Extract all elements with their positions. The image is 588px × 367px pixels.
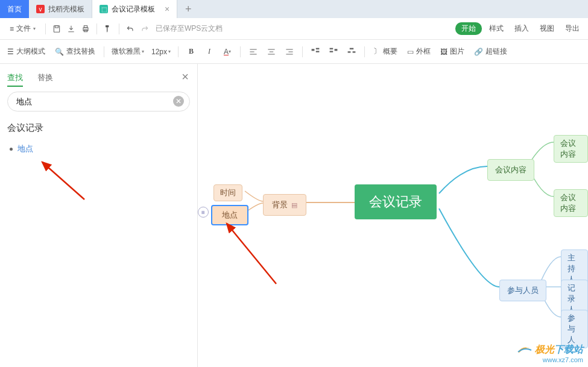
menu-label: 插入 (514, 24, 529, 33)
menubar-right: 开始 样式 插入 视图 导出 (455, 22, 583, 35)
close-panel-button[interactable]: × (182, 70, 189, 84)
undo-icon[interactable] (124, 23, 136, 35)
align-left-button[interactable] (245, 44, 261, 60)
node-participants[interactable]: 参与人员 (499, 280, 546, 301)
note-icon: ▤ (291, 201, 297, 209)
image-label: 图片 (450, 46, 464, 57)
brand-part2: 下载站 (554, 344, 583, 354)
find-label: 查找替换 (66, 46, 95, 57)
svg-rect-8 (330, 48, 334, 49)
find-panel: 查找 替换 × ✕ 会议记录 地点 (0, 64, 198, 367)
collapse-handle[interactable]: ≡ (198, 207, 209, 218)
watermark: 极光下载站 www.xz7.com (517, 343, 583, 363)
link-icon: 🔗 (474, 48, 483, 56)
menu-label: 样式 (489, 24, 504, 33)
svg-rect-9 (330, 51, 334, 52)
node-attendee[interactable]: 参与人 (561, 310, 588, 348)
node-background[interactable]: 背景▤ (263, 194, 306, 216)
italic-button[interactable]: I (201, 44, 217, 60)
save-icon[interactable] (51, 23, 63, 35)
node-content[interactable]: 会议内容 (487, 159, 534, 181)
separator (178, 46, 179, 57)
list-icon: ☰ (7, 48, 14, 56)
align-center-button[interactable] (264, 44, 279, 60)
watermark-brand: 极光下载站 (517, 343, 583, 356)
download-icon[interactable] (65, 23, 77, 35)
start-button[interactable]: 开始 (455, 22, 482, 35)
fontsize-select[interactable]: 12px▾ (149, 46, 173, 57)
tab-find[interactable]: 查找 (7, 70, 23, 87)
node-content-1[interactable]: 会议内容 (554, 135, 588, 163)
node-content-2[interactable]: 会议内容 (554, 189, 588, 217)
font-size: 12px (151, 48, 167, 56)
search-input[interactable] (7, 92, 190, 111)
chevron-down-icon: ▾ (33, 26, 36, 31)
bold-button[interactable]: B (183, 44, 199, 60)
menubar: ≡ 文件 ▾ 已保存至WPS云文档 开始 样式 插入 视图 导出 (0, 18, 588, 40)
tab-label: 找稻壳模板 (48, 4, 84, 14)
image-icon: 🖼 (440, 48, 447, 56)
svg-rect-11 (350, 48, 353, 49)
redo-icon[interactable] (139, 23, 151, 35)
search-icon: 🔍 (55, 48, 64, 56)
node-root[interactable]: 会议记录 (355, 184, 437, 219)
clear-search-button[interactable]: ✕ (173, 96, 184, 107)
tab-template-search[interactable]: v 找稻壳模板 (29, 0, 92, 18)
tab-home[interactable]: 首页 (0, 0, 29, 18)
tab-replace[interactable]: 替换 (37, 70, 53, 87)
save-status: 已保存至WPS云文档 (156, 24, 223, 34)
docer-icon: v (36, 5, 45, 13)
image-button[interactable]: 🖼图片 (437, 45, 468, 58)
menu-style[interactable]: 样式 (485, 22, 507, 35)
annotation-arrow (36, 157, 96, 205)
menu-export[interactable]: 导出 (561, 22, 583, 35)
summary-label: 概要 (383, 46, 397, 57)
separator (96, 24, 97, 34)
watermark-url: www.xz7.com (517, 356, 583, 363)
new-tab-button[interactable]: + (177, 0, 199, 18)
outline-mode-button[interactable]: ☰ 大纲模式 (4, 45, 49, 58)
tab-label: 替换 (37, 73, 53, 82)
find-panel-tabs: 查找 替换 (7, 70, 190, 87)
search-box: ✕ (7, 92, 190, 111)
menu-view[interactable]: 视图 (536, 22, 558, 35)
align-right-button[interactable] (282, 44, 297, 60)
svg-rect-0 (54, 25, 59, 32)
tab-home-label: 首页 (7, 4, 22, 14)
tab-label: 会议记录模板 (112, 4, 155, 14)
layout2-button[interactable] (326, 44, 341, 60)
chevron-down-icon: ▾ (168, 49, 171, 54)
chevron-down-icon: ▾ (142, 49, 144, 54)
menu-insert[interactable]: 插入 (511, 22, 533, 35)
find-replace-button[interactable]: 🔍 查找替换 (51, 45, 99, 58)
svg-rect-3 (84, 25, 87, 27)
tab-current[interactable]: ⬚ 会议记录模板 × (92, 0, 177, 18)
node-place[interactable]: 地点 (211, 205, 248, 225)
border-button[interactable]: ▭外框 (403, 45, 434, 58)
bracket-icon: 〕 (373, 46, 381, 57)
svg-rect-12 (348, 51, 351, 52)
font-color-button[interactable]: A▾ (220, 44, 235, 60)
mindmap-icon: ⬚ (100, 5, 108, 13)
font-select[interactable]: 微软雅黑▾ (109, 45, 147, 58)
close-icon[interactable]: × (165, 4, 169, 14)
summary-button[interactable]: 〕概要 (370, 45, 401, 58)
bullet-icon (10, 148, 13, 151)
format-painter-icon[interactable] (102, 23, 114, 35)
layout1-button[interactable] (308, 44, 323, 60)
link-button[interactable]: 🔗超链接 (470, 45, 511, 58)
main-area: 查找 替换 × ✕ 会议记录 地点 (0, 64, 588, 367)
node-time[interactable]: 时间 (213, 184, 242, 201)
search-result-item[interactable]: 地点 (7, 140, 190, 158)
separator (240, 46, 241, 57)
file-menu[interactable]: ≡ 文件 ▾ (5, 22, 40, 35)
node-label: 会议记录 (369, 193, 422, 211)
tab-label: 查找 (7, 73, 23, 82)
separator (364, 46, 365, 57)
font-name: 微软雅黑 (112, 46, 141, 57)
layout3-button[interactable] (344, 44, 359, 60)
print-icon[interactable] (80, 23, 92, 35)
svg-rect-1 (55, 25, 58, 27)
node-label: 会议内容 (495, 165, 526, 175)
mindmap-canvas[interactable]: ≡ 时间 地点 背景▤ 会议记录 会议内容 会议内容 会议内容 参与人员 主持人… (198, 64, 588, 367)
